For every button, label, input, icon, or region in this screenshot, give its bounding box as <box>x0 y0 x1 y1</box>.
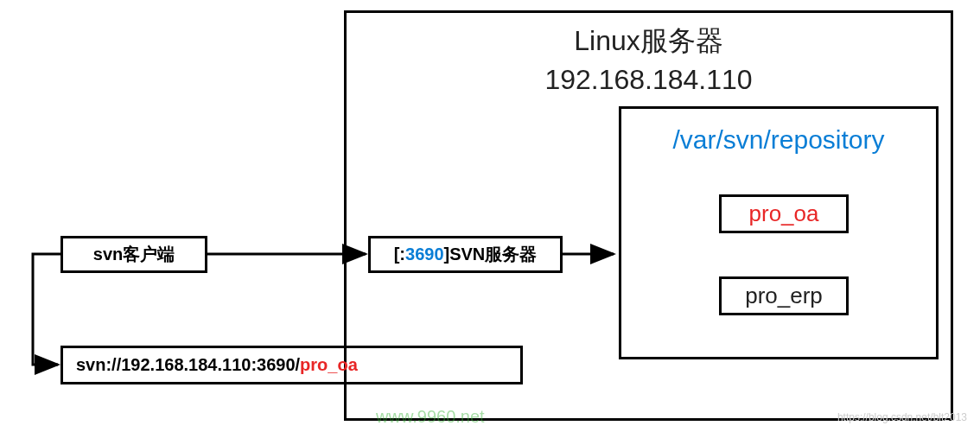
watermark-green: www.9960.net <box>376 407 485 427</box>
svn-url-box: svn://192.168.184.110:3690/pro_oa <box>60 346 523 384</box>
svn-url-base: svn://192.168.184.110:3690/ <box>76 355 300 375</box>
svn-client-label: svn客户端 <box>93 243 175 266</box>
watermark-gray: https://blog.csdn.net/blt2013 <box>837 411 967 423</box>
repo-item-label: pro_erp <box>745 283 823 309</box>
arrow-client-to-url <box>33 254 60 365</box>
server-title-line1: Linux服务器 <box>574 25 723 56</box>
svn-service-port: 3690 <box>405 245 444 264</box>
svn-service-prefix: [: <box>394 245 405 264</box>
repo-item-label: pro_oa <box>749 200 819 227</box>
svn-url-repo: pro_oa <box>300 355 358 375</box>
svn-service-box: [:3690]SVN服务器 <box>368 236 563 273</box>
repo-item-pro-erp: pro_erp <box>719 276 849 315</box>
server-title: Linux服务器 192.168.184.110 <box>344 22 953 99</box>
svn-service-suffix: ]SVN服务器 <box>444 243 538 266</box>
server-title-line2: 192.168.184.110 <box>544 64 752 95</box>
repository-path: /var/svn/repository <box>619 125 939 155</box>
svn-client-box: svn客户端 <box>60 236 207 273</box>
repo-item-pro-oa: pro_oa <box>719 194 849 233</box>
